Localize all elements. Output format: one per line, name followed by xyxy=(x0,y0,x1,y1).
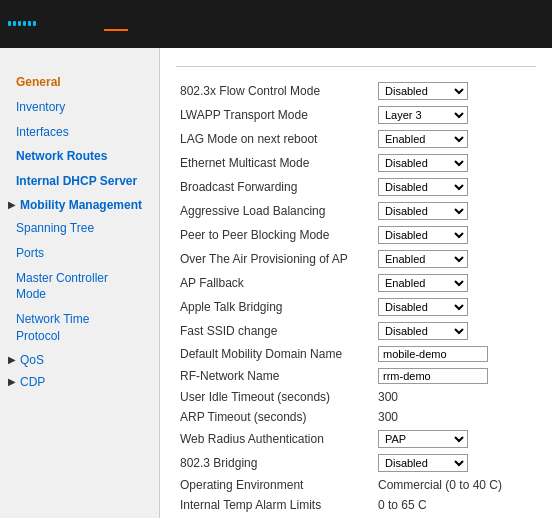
row-value[interactable]: DisabledEnabled xyxy=(374,451,536,475)
row-value[interactable]: DisabledEnabled xyxy=(374,295,536,319)
sidebar-item-inventory[interactable]: Inventory xyxy=(0,95,159,120)
row-label: Over The Air Provisioning of AP xyxy=(176,247,374,271)
table-row: Broadcast ForwardingDisabledEnabled xyxy=(176,175,536,199)
row-select[interactable]: DisabledEnabled xyxy=(378,250,468,268)
mobility-label: Mobility Management xyxy=(20,198,142,212)
sidebar-item-master-controller[interactable]: Master ControllerMode xyxy=(0,266,159,308)
table-row: Peer to Peer Blocking ModeDisabledEnable… xyxy=(176,223,536,247)
row-value[interactable]: DisabledEnabled xyxy=(374,79,536,103)
table-row: Internal Temp Alarm Limits0 to 65 C xyxy=(176,495,536,515)
row-value[interactable] xyxy=(374,343,536,365)
nav-links xyxy=(56,17,544,31)
sidebar-item-network-routes[interactable]: Network Routes xyxy=(0,144,159,169)
row-select[interactable]: DisabledEnabled xyxy=(378,178,468,196)
row-value[interactable]: Layer 2Layer 3 xyxy=(374,103,536,127)
row-label: Operating Environment xyxy=(176,475,374,495)
nav-wlans[interactable] xyxy=(80,17,104,31)
sidebar-item-ntp[interactable]: Network TimeProtocol xyxy=(0,307,159,349)
row-select[interactable]: PAPCHAPMD5-CHAP xyxy=(378,430,468,448)
row-value[interactable]: DisabledEnabled xyxy=(374,199,536,223)
row-select[interactable]: DisabledEnabled xyxy=(378,202,468,220)
row-select[interactable]: DisabledEnabled xyxy=(378,226,468,244)
row-value: 300 xyxy=(374,407,536,427)
table-row: Aggressive Load BalancingDisabledEnabled xyxy=(176,199,536,223)
row-label: Ethernet Multicast Mode xyxy=(176,151,374,175)
row-value[interactable]: PAPCHAPMD5-CHAP xyxy=(374,427,536,451)
row-value: 300 xyxy=(374,387,536,407)
table-row: Ethernet Multicast ModeDisabledEnabled xyxy=(176,151,536,175)
table-row: Operating EnvironmentCommercial (0 to 40… xyxy=(176,475,536,495)
row-value[interactable]: DisabledEnabled xyxy=(374,151,536,175)
sidebar-item-ports[interactable]: Ports xyxy=(0,241,159,266)
table-row: User Idle Timeout (seconds)300 xyxy=(176,387,536,407)
table-row: LAG Mode on next rebootDisabledEnabled xyxy=(176,127,536,151)
row-select[interactable]: DisabledEnabled xyxy=(378,298,468,316)
row-text: Commercial (0 to 40 C) xyxy=(378,478,502,492)
settings-table: 802.3x Flow Control ModeDisabledEnabledL… xyxy=(176,79,536,515)
row-label: Default Mobility Domain Name xyxy=(176,343,374,365)
row-value[interactable]: DisabledEnabled xyxy=(374,247,536,271)
row-label: AP Fallback xyxy=(176,271,374,295)
expand-arrow-mobility: ▶ xyxy=(8,199,16,210)
row-label: RF-Network Name xyxy=(176,365,374,387)
table-row: Fast SSID changeDisabledEnabled xyxy=(176,319,536,343)
row-value[interactable]: DisabledEnabled xyxy=(374,175,536,199)
table-row: Default Mobility Domain Name xyxy=(176,343,536,365)
top-nav xyxy=(0,0,552,48)
row-label: Fast SSID change xyxy=(176,319,374,343)
row-value[interactable] xyxy=(374,365,536,387)
row-label: User Idle Timeout (seconds) xyxy=(176,387,374,407)
table-row: LWAPP Transport ModeLayer 2Layer 3 xyxy=(176,103,536,127)
sidebar-item-general[interactable]: General xyxy=(0,70,159,95)
nav-monitor[interactable] xyxy=(56,17,80,31)
row-select[interactable]: DisabledEnabled xyxy=(378,130,468,148)
nav-wireless[interactable] xyxy=(128,17,152,31)
expand-arrow-qos: ▶ xyxy=(8,354,16,365)
row-input[interactable] xyxy=(378,368,488,384)
row-label: Aggressive Load Balancing xyxy=(176,199,374,223)
table-row: AP FallbackDisabledEnabled xyxy=(176,271,536,295)
sidebar-item-qos[interactable]: ▶ QoS xyxy=(0,349,159,371)
row-input[interactable] xyxy=(378,346,488,362)
table-row: ARP Timeout (seconds)300 xyxy=(176,407,536,427)
page-title xyxy=(176,60,536,67)
row-text: 300 xyxy=(378,410,398,424)
sidebar-item-cdp[interactable]: ▶ CDP xyxy=(0,371,159,393)
row-select[interactable]: DisabledEnabled xyxy=(378,274,468,292)
table-row: Apple Talk BridgingDisabledEnabled xyxy=(176,295,536,319)
row-label: Broadcast Forwarding xyxy=(176,175,374,199)
content-area: 802.3x Flow Control ModeDisabledEnabledL… xyxy=(160,48,552,518)
row-value[interactable]: DisabledEnabled xyxy=(374,319,536,343)
row-select[interactable]: DisabledEnabled xyxy=(378,154,468,172)
row-select[interactable]: DisabledEnabled xyxy=(378,82,468,100)
row-label: LWAPP Transport Mode xyxy=(176,103,374,127)
table-row: Web Radius AuthenticationPAPCHAPMD5-CHAP xyxy=(176,427,536,451)
sidebar-item-interfaces[interactable]: Interfaces xyxy=(0,120,159,145)
row-value[interactable]: DisabledEnabled xyxy=(374,223,536,247)
cisco-dots xyxy=(8,21,36,26)
row-value: 0 to 65 C xyxy=(374,495,536,515)
row-value: Commercial (0 to 40 C) xyxy=(374,475,536,495)
row-select[interactable]: Layer 2Layer 3 xyxy=(378,106,468,124)
sidebar-item-spanning-tree[interactable]: Spanning Tree xyxy=(0,216,159,241)
sidebar-item-mobility[interactable]: ▶ Mobility Management xyxy=(0,194,159,216)
main-layout: General Inventory Interfaces Network Rou… xyxy=(0,48,552,518)
row-label: LAG Mode on next reboot xyxy=(176,127,374,151)
table-row: Over The Air Provisioning of APDisabledE… xyxy=(176,247,536,271)
nav-controller[interactable] xyxy=(104,17,128,31)
row-value[interactable]: DisabledEnabled xyxy=(374,271,536,295)
row-select[interactable]: DisabledEnabled xyxy=(378,322,468,340)
expand-arrow-cdp: ▶ xyxy=(8,376,16,387)
row-select[interactable]: DisabledEnabled xyxy=(378,454,468,472)
sidebar-item-dhcp[interactable]: Internal DHCP Server xyxy=(0,169,159,194)
nav-security[interactable] xyxy=(152,17,176,31)
row-label: ARP Timeout (seconds) xyxy=(176,407,374,427)
sidebar-title xyxy=(0,58,159,70)
sidebar: General Inventory Interfaces Network Rou… xyxy=(0,48,160,518)
row-value[interactable]: DisabledEnabled xyxy=(374,127,536,151)
cisco-logo xyxy=(8,21,36,28)
row-label: 802.3 Bridging xyxy=(176,451,374,475)
qos-label: QoS xyxy=(20,353,44,367)
row-label: Peer to Peer Blocking Mode xyxy=(176,223,374,247)
table-row: RF-Network Name xyxy=(176,365,536,387)
